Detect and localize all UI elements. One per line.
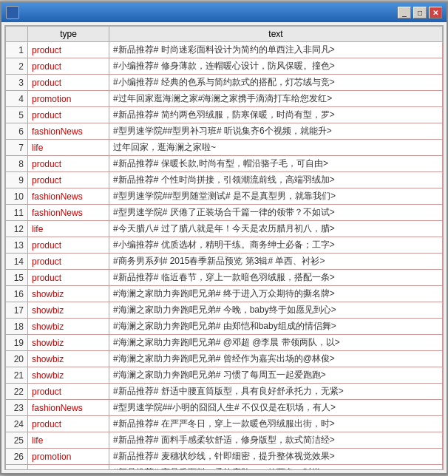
- cell-rownum: 6: [6, 123, 28, 140]
- cell-rownum: 14: [6, 254, 28, 270]
- table-row[interactable]: 12life#今天腊八# 过了腊八就是年！今天是农历腊月初八，腊>: [6, 221, 443, 237]
- data-table-container: type text 1product#新品推荐# 时尚迷彩面料设计为简约的单西注…: [4, 25, 444, 470]
- title-bar-left: [6, 6, 23, 19]
- table-row[interactable]: 24product#新品推荐# 在严严冬日，穿上一款暖色羽绒服出街，时>: [6, 416, 443, 432]
- cell-text: #新品推荐# 高品质面料，柔软亲肤。一款两色，时尚>: [109, 465, 443, 470]
- close-button[interactable]: ✕: [429, 7, 442, 18]
- cell-type: product: [28, 42, 109, 58]
- cell-type: product: [28, 172, 109, 188]
- cell-rownum: 12: [6, 221, 28, 237]
- table-row[interactable]: 13product#小编推荐# 优质选材，精明干练。商务绅士必备；工字>: [6, 237, 443, 254]
- table-row[interactable]: 9product#新品推荐# 个性时尚拼接，引领潮流前线，高端羽绒加>: [6, 172, 443, 188]
- cell-type: fashionNews: [28, 188, 109, 205]
- cell-rownum: 1: [6, 42, 28, 58]
- cell-rownum: 9: [6, 172, 28, 188]
- table-row[interactable]: 19showbiz#海澜之家助力奔跑吧兄弟# @邓超 @李晨 带领两队，以>: [6, 335, 443, 351]
- cell-text: #海澜之家助力奔跑吧兄弟# @邓超 @李晨 带领两队，以>: [109, 335, 443, 351]
- cell-type: product: [28, 237, 109, 254]
- table-row[interactable]: 17showbiz#海澜之家助力奔跑吧兄弟# 今晚，baby终于如愿见到心>: [6, 302, 443, 319]
- cell-type: showbiz: [28, 286, 109, 302]
- table-row[interactable]: 8product#新品推荐# 保暖长款,时尚有型，帽沿骆子毛，可自由>: [6, 156, 443, 172]
- cell-type: life: [28, 432, 109, 449]
- cell-text: #新品推荐# 舒适中腰直筒版型，具有良好舒承托力，无紧>: [109, 384, 443, 400]
- table-row[interactable]: 25life#新品推荐# 面料手感柔软舒适，修身版型，款式简洁经>: [6, 432, 443, 449]
- cell-type: fashionNews: [28, 400, 109, 416]
- cell-text: #小编推荐# 优质选材，精明干练。商务绅士必备；工字>: [109, 237, 443, 254]
- table-row[interactable]: 16showbiz#海澜之家助力奔跑吧兄弟# 终于进入万众期待的撕名牌>: [6, 286, 443, 302]
- cell-rownum: 21: [6, 367, 28, 384]
- cell-type: product: [28, 270, 109, 286]
- table-row[interactable]: 18showbiz#海澜之家助力奔跑吧兄弟# 由郑恺和baby组成的情侣舞>: [6, 319, 443, 335]
- table-row[interactable]: 1product#新品推荐# 时尚迷彩面料设计为简约的单西注入非同凡>: [6, 42, 443, 58]
- cell-rownum: 26: [6, 449, 28, 465]
- cell-type: showbiz: [28, 351, 109, 367]
- cell-rownum: 11: [6, 205, 28, 221]
- cell-type: product: [28, 156, 109, 172]
- table-row[interactable]: 10fashionNews#型男速学院##型男随堂测试# 是不是真型男，就靠我们…: [6, 188, 443, 205]
- table-row[interactable]: 21showbiz#海澜之家助力奔跑吧兄弟# 习惯了每周五一起爱跑跑>: [6, 367, 443, 384]
- cell-rownum: 10: [6, 188, 28, 205]
- cell-type: fashionNews: [28, 123, 109, 140]
- table-row[interactable]: 23fashionNews#型男速学院##小明的囧囧人生# 不仅仅是在职场，有人…: [6, 400, 443, 416]
- header-rownum: [6, 27, 28, 42]
- table-row[interactable]: 20showbiz#海澜之家助力奔跑吧兄弟# 曾经作为嘉宾出场的@林俊>: [6, 351, 443, 367]
- cell-text: #新品推荐# 临近春节，穿上一款暗色羽绒服，搭配一条>: [109, 270, 443, 286]
- cell-type: life: [28, 465, 109, 470]
- cell-type: life: [28, 140, 109, 156]
- cell-rownum: 13: [6, 237, 28, 254]
- cell-rownum: 16: [6, 286, 28, 302]
- cell-text: #新品推荐# 简约两色羽绒服，防寒保暖，时尚有型，罗>: [109, 107, 443, 123]
- table-row[interactable]: 26promotion#新品推荐# 麦穗状纱线，针即细密，提升整体视觉效果>: [6, 449, 443, 465]
- cell-type: product: [28, 107, 109, 123]
- cell-text: #新品推荐# 在严严冬日，穿上一款暖色羽绒服出街，时>: [109, 416, 443, 432]
- cell-text: #型男速学院##型男随堂测试# 是不是真型男，就靠我们>: [109, 188, 443, 205]
- cell-type: showbiz: [28, 319, 109, 335]
- cell-type: fashionNews: [28, 205, 109, 221]
- cell-text: #新品推荐# 麦穗状纱线，针即细密，提升整体视觉效果>: [109, 449, 443, 465]
- table-row[interactable]: 7life过年回家，逛海澜之家啦~: [6, 140, 443, 156]
- cell-text: #型男速学院##型男补习班# 听说集齐6个视频，就能升>: [109, 123, 443, 140]
- cell-text: #新品推荐# 时尚迷彩面料设计为简约的单西注入非同凡>: [109, 42, 443, 58]
- table-row[interactable]: 5product#新品推荐# 简约两色羽绒服，防寒保暖，时尚有型，罗>: [6, 107, 443, 123]
- table-header-row: type text: [6, 27, 443, 42]
- cell-text: #型男速学院##小明的囧囧人生# 不仅仅是在职场，有人>: [109, 400, 443, 416]
- table-row[interactable]: 2product#小编推荐# 修身薄款，连帽暖心设计，防风保暖。撞色>: [6, 58, 443, 75]
- cell-rownum: 22: [6, 384, 28, 400]
- cell-text: #今天腊八# 过了腊八就是年！今天是农历腊月初八，腊>: [109, 221, 443, 237]
- table-row[interactable]: 14product#商务男系列# 2015春季新品预览 第3辑# 单西、衬衫>: [6, 254, 443, 270]
- cell-text: #新品推荐# 面料手感柔软舒适，修身版型，款式简洁经>: [109, 432, 443, 449]
- table-row[interactable]: 11fashionNews#型男速学院# 厌倦了正装场合千篇一律的领带？不如试>: [6, 205, 443, 221]
- cell-rownum: 27: [6, 465, 28, 470]
- cell-type: promotion: [28, 449, 109, 465]
- cell-text: #新品推荐# 个性时尚拼接，引领潮流前线，高端羽绒加>: [109, 172, 443, 188]
- cell-type: life: [28, 221, 109, 237]
- cell-text: #型男速学院# 厌倦了正装场合千篇一律的领带？不如试>: [109, 205, 443, 221]
- cell-type: product: [28, 384, 109, 400]
- cell-text: #小编推荐# 修身薄款，连帽暖心设计，防风保暖。撞色>: [109, 58, 443, 75]
- table-row[interactable]: 27life#新品推荐# 高品质面料，柔软亲肤。一款两色，时尚>: [6, 465, 443, 470]
- table-row[interactable]: 4promotion#过年回家逛海澜之家#海澜之家携手滴滴打车给您发红>: [6, 91, 443, 107]
- table-wrapper[interactable]: type text 1product#新品推荐# 时尚迷彩面料设计为简约的单西注…: [5, 26, 443, 469]
- cell-type: showbiz: [28, 367, 109, 384]
- table-row[interactable]: 6fashionNews#型男速学院##型男补习班# 听说集齐6个视频，就能升>: [6, 123, 443, 140]
- data-table: type text 1product#新品推荐# 时尚迷彩面料设计为简约的单西注…: [5, 26, 443, 469]
- table-row[interactable]: 22product#新品推荐# 舒适中腰直筒版型，具有良好舒承托力，无紧>: [6, 384, 443, 400]
- cell-rownum: 18: [6, 319, 28, 335]
- cell-text: #海澜之家助力奔跑吧兄弟# 终于进入万众期待的撕名牌>: [109, 286, 443, 302]
- title-bar: _ □ ✕: [1, 3, 447, 22]
- cell-type: promotion: [28, 91, 109, 107]
- cell-rownum: 2: [6, 58, 28, 75]
- cell-rownum: 15: [6, 270, 28, 286]
- minimize-button[interactable]: _: [398, 7, 411, 18]
- cell-type: showbiz: [28, 302, 109, 319]
- table-row[interactable]: 3product#小编推荐# 经典的色系与简约款式的搭配，灯芯绒与竞>: [6, 75, 443, 91]
- cell-type: showbiz: [28, 335, 109, 351]
- cell-rownum: 5: [6, 107, 28, 123]
- header-type: type: [28, 27, 109, 42]
- main-window: _ □ ✕ type text 1pr: [0, 1, 448, 475]
- table-row[interactable]: 15product#新品推荐# 临近春节，穿上一款暗色羽绒服，搭配一条>: [6, 270, 443, 286]
- cell-rownum: 8: [6, 156, 28, 172]
- cell-text: #海澜之家助力奔跑吧兄弟# 今晚，baby终于如愿见到心>: [109, 302, 443, 319]
- cell-rownum: 4: [6, 91, 28, 107]
- maximize-button[interactable]: □: [413, 7, 427, 18]
